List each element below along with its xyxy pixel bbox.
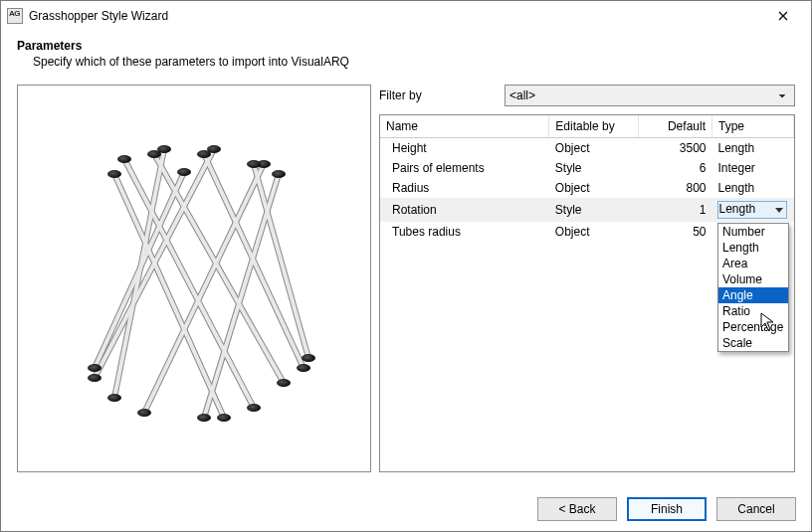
section-title: Parameters [17, 39, 795, 53]
cell-default[interactable]: 6 [639, 158, 712, 178]
svg-point-27 [272, 170, 286, 178]
type-select[interactable]: Length [717, 201, 787, 219]
type-option[interactable]: Angle [718, 287, 788, 303]
cell-editable[interactable]: Object [549, 138, 639, 159]
cell-editable[interactable]: Object [549, 222, 639, 242]
content-area: Filter by <all> Name Editable by Default… [1, 73, 811, 472]
cell-default[interactable]: 3500 [639, 138, 712, 159]
table-row[interactable]: RadiusObject800Length [380, 178, 794, 198]
svg-point-36 [302, 354, 315, 362]
svg-point-33 [88, 374, 102, 382]
svg-line-19 [95, 172, 184, 368]
svg-line-16 [254, 164, 308, 358]
parameters-panel: Filter by <all> Name Editable by Default… [379, 85, 795, 472]
section-header: Parameters Specify which of these parame… [1, 31, 811, 73]
table-row[interactable]: RotationStyle1 Length [380, 198, 794, 222]
svg-point-39 [88, 364, 102, 372]
svg-point-31 [107, 394, 121, 402]
close-button[interactable] [763, 1, 803, 31]
col-name[interactable]: Name [380, 115, 549, 138]
svg-point-32 [277, 379, 291, 387]
footer: < Back Finish Cancel [0, 486, 812, 532]
type-option[interactable]: Length [718, 240, 788, 256]
type-option[interactable]: Volume [718, 271, 788, 287]
type-option[interactable]: Ratio [718, 303, 788, 319]
cell-name[interactable]: Tubes radius [380, 222, 549, 242]
cell-type[interactable]: Length [711, 178, 793, 198]
svg-point-38 [217, 414, 231, 422]
svg-point-35 [137, 409, 151, 417]
finish-button[interactable]: Finish [627, 497, 707, 521]
table-row[interactable]: HeightObject3500Length [380, 138, 794, 159]
type-option[interactable]: Area [718, 256, 788, 271]
svg-point-24 [197, 150, 211, 158]
svg-point-29 [177, 168, 191, 176]
cell-default[interactable]: 1 [639, 198, 712, 222]
window-title: Grasshopper Style Wizard [29, 9, 763, 23]
cell-name[interactable]: Height [380, 138, 549, 159]
cell-name[interactable]: Pairs of elements [380, 158, 549, 178]
cell-name[interactable]: Radius [380, 178, 549, 198]
parameters-grid-wrap: Name Editable by Default Type HeightObje… [379, 114, 795, 472]
grid-header-row: Name Editable by Default Type [380, 115, 794, 138]
cell-type[interactable]: Length [711, 138, 793, 159]
col-editable[interactable]: Editable by [549, 115, 639, 138]
section-description: Specify which of these parameters to imp… [17, 55, 795, 69]
col-default[interactable]: Default [639, 115, 712, 138]
svg-point-28 [107, 170, 121, 178]
cell-name[interactable]: Rotation [380, 198, 549, 222]
back-button[interactable]: < Back [537, 497, 617, 521]
title-bar: Grasshopper Style Wizard [1, 1, 811, 31]
type-option[interactable]: Percentage [718, 319, 788, 335]
table-row[interactable]: Pairs of elementsStyle6Integer [380, 158, 794, 178]
cell-type[interactable]: Length [711, 198, 793, 222]
svg-point-37 [197, 414, 211, 422]
svg-point-30 [247, 404, 261, 412]
cell-editable[interactable]: Object [549, 178, 639, 198]
filter-select[interactable]: <all> [505, 85, 795, 106]
svg-point-34 [297, 364, 310, 372]
cell-default[interactable]: 50 [639, 222, 712, 242]
type-dropdown-popup[interactable]: NumberLengthAreaVolumeAngleRatioPercenta… [717, 223, 789, 352]
svg-point-22 [147, 150, 161, 158]
cancel-button[interactable]: Cancel [716, 497, 796, 521]
col-type[interactable]: Type [711, 115, 793, 138]
cell-editable[interactable]: Style [549, 198, 639, 222]
cell-default[interactable]: 800 [639, 178, 712, 198]
app-icon [7, 8, 23, 24]
preview-3d-model [55, 119, 333, 438]
type-option[interactable]: Number [718, 224, 788, 240]
preview-panel [17, 85, 371, 472]
filter-row: Filter by <all> [379, 85, 795, 106]
filter-label: Filter by [379, 89, 497, 102]
cell-type[interactable]: Integer [711, 158, 793, 178]
close-icon [778, 11, 788, 21]
svg-point-20 [117, 155, 131, 163]
svg-point-26 [247, 160, 261, 168]
cell-editable[interactable]: Style [549, 158, 639, 178]
type-option[interactable]: Scale [718, 335, 788, 351]
